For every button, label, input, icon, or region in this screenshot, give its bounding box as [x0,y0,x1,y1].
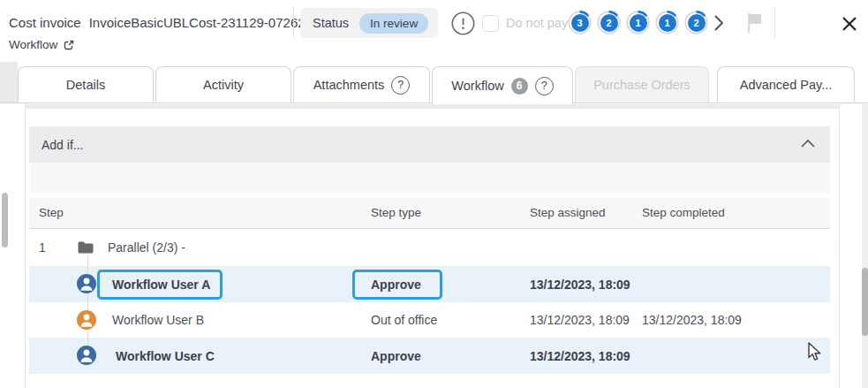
column-header-step-assigned: Step assigned [530,206,606,219]
table-row-group[interactable]: 1 Parallel (2/3) - [29,229,830,266]
status-badge: In review [359,13,428,34]
status-group: Status In review [300,8,438,38]
tab-activity[interactable]: Activity [155,66,291,103]
step-assigned: 13/12/2023, 18:09 [530,302,630,338]
step-type: Approve [371,338,421,374]
step-count-badge[interactable]: 3 [568,11,592,34]
panel-left-border [25,103,26,388]
folder-icon [77,240,94,255]
user-avatar-icon [77,310,96,330]
tab-workflow[interactable]: Workflow 6 ? [432,66,573,104]
chevron-right-icon[interactable] [711,13,727,33]
user-avatar-icon [77,346,96,365]
tree-connector-line [87,256,88,355]
close-icon[interactable] [837,11,862,36]
collapse-chevron-icon[interactable] [798,135,818,153]
step-assigned: 13/12/2023, 18:09 [530,266,630,302]
step-count-badge[interactable]: 2 [597,11,621,34]
header-divider [293,7,294,38]
panel-top-strip [26,104,839,109]
left-scrollbar-thumb[interactable] [2,193,8,247]
tab-label: Details [66,78,105,92]
step-number: 1 [39,229,46,266]
panel-spacer [29,163,830,193]
header-divider [774,7,775,38]
add-if-label: Add if... [42,138,83,152]
help-icon[interactable]: ? [535,77,554,95]
workflow-link-label: Workflow [9,38,57,51]
user-name: Workflow User C [116,338,215,374]
tab-details[interactable]: Details [18,66,154,103]
tab-label: Purchase Orders [593,78,691,92]
do-not-pay-label: Do not pay [506,16,568,30]
invoice-detail-window: Cost invoiceInvoiceBasicUBLCost-231129-0… [0,0,868,388]
flag-icon[interactable] [744,11,766,34]
doc-type-label: Cost invoice [9,15,81,30]
tab-label: Advanced Pay... [740,78,833,92]
right-scrollbar-thumb[interactable] [862,268,868,336]
right-scrollbar[interactable] [862,104,868,388]
step-assigned: 13/12/2023, 18:09 [530,338,630,374]
do-not-pay-checkbox[interactable] [482,15,499,32]
doc-id-label: InvoiceBasicUBLCost-231129-072622 [89,15,313,30]
table-row-user-a[interactable]: Workflow User A Approve 13/12/2023, 18:0… [29,266,830,302]
column-header-step: Step [39,206,64,219]
step-count-badge[interactable]: 1 [655,11,679,34]
user-name: Workflow User A [112,266,210,302]
tabstrip-left-filler [0,62,18,103]
column-header-step-type: Step type [371,206,421,219]
add-if-section-header[interactable]: Add if... [29,126,830,163]
tab-attachments[interactable]: Attachments ? [293,66,430,103]
tab-label: Workflow [451,79,503,93]
status-label: Status [313,16,349,30]
step-count-badge[interactable]: 2 [684,11,708,34]
alert-icon[interactable] [451,11,475,35]
help-icon[interactable]: ? [391,76,410,95]
external-link-icon [63,39,75,51]
group-label: Parallel (2/3) - [108,229,185,266]
workflow-table-header: Step Step type Step assigned Step comple… [29,198,830,229]
step-count-badge[interactable]: 1 [626,11,650,34]
column-header-step-completed: Step completed [642,206,725,219]
user-avatar-icon [77,274,96,293]
step-type: Out of office [371,302,437,338]
panel-right-border [839,103,840,388]
step-completed: 13/12/2023, 18:09 [642,302,742,338]
tab-count-badge: 6 [511,78,528,95]
table-row-user-c[interactable]: Workflow User C Approve 13/12/2023, 18:0… [29,338,830,374]
workflow-external-link[interactable]: Workflow [9,38,75,51]
step-type: Approve [371,266,421,302]
workflow-step-badges: 3 2 1 1 [568,11,708,34]
page-title: Cost invoiceInvoiceBasicUBLCost-231129-0… [9,15,313,30]
tab-advanced-payments[interactable]: Advanced Pay... [717,66,855,103]
user-name: Workflow User B [112,302,204,338]
tab-label: Activity [203,78,244,92]
tab-purchase-orders: Purchase Orders [575,66,709,103]
tab-label: Attachments [313,78,385,92]
table-row-user-b[interactable]: Workflow User B Out of office 13/12/2023… [29,302,830,338]
